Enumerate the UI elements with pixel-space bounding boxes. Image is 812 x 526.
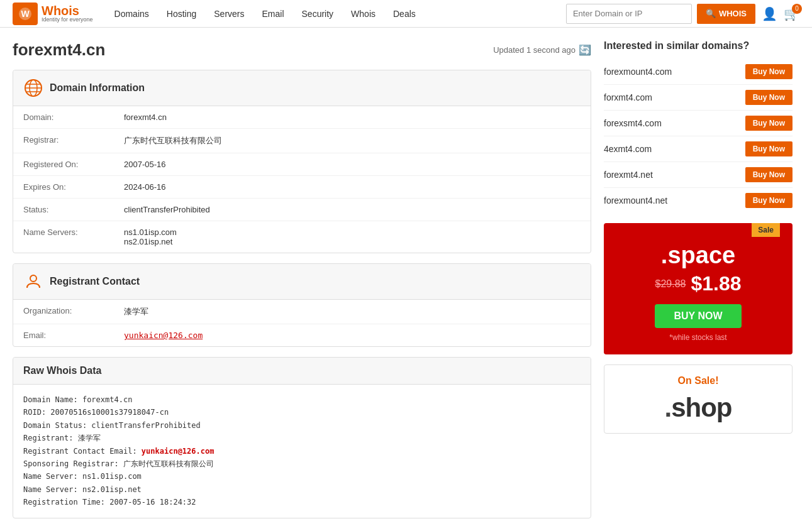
- registrant-table: Organization: 漆学军 Email: yunkaicn@126.co…: [13, 300, 591, 346]
- left-column: forexmt4.cn Updated 1 second ago 🔄: [13, 40, 591, 518]
- on-sale-title: On Sale!: [615, 375, 782, 386]
- field-value: 2024-06-16: [114, 176, 591, 199]
- buy-now-button[interactable]: Buy Now: [745, 90, 793, 105]
- registrant-section: Registrant Contact Organization: 漆学军 Ema…: [13, 263, 591, 347]
- logo[interactable]: W Whois Identity for everyone: [13, 3, 93, 25]
- page-title-row: forexmt4.cn Updated 1 second ago 🔄: [13, 40, 591, 60]
- nav-hosting[interactable]: Hosting: [158, 0, 205, 28]
- shop-domain-text: .shop: [615, 393, 782, 423]
- user-icon: 👤: [762, 7, 777, 21]
- nav-email[interactable]: Email: [253, 0, 293, 28]
- table-row: Name Servers:ns1.01isp.comns2.01isp.net: [13, 221, 591, 253]
- similar-domain-row: 4exmt4.comBuy Now: [604, 136, 793, 162]
- email-value: yunkaicn@126.com: [114, 324, 591, 347]
- table-row: Organization: 漆学军: [13, 300, 591, 324]
- nav-domains[interactable]: Domains: [106, 0, 158, 28]
- similar-domain-row: forexsmt4.comBuy Now: [604, 111, 793, 136]
- search-input[interactable]: [566, 4, 692, 24]
- similar-domain-row: forexmt4.netBuy Now: [604, 162, 793, 188]
- whois-button-label: WHOIS: [719, 9, 747, 18]
- field-value: ns1.01isp.comns2.01isp.net: [114, 221, 591, 253]
- person-icon: [23, 271, 43, 292]
- org-value: 漆学军: [114, 300, 591, 324]
- table-row: Expires On:2024-06-16: [13, 176, 591, 199]
- search-area: 🔍 WHOIS: [566, 4, 755, 24]
- logo-icon: W: [13, 3, 38, 25]
- old-price: $29.88: [655, 278, 686, 290]
- header-icons: 👤 🛒 0: [762, 6, 799, 21]
- logo-brand: Whois: [42, 4, 93, 17]
- table-row: Domain:forexmt4.cn: [13, 106, 591, 129]
- raw-email[interactable]: yunkaicn@126.com: [142, 447, 214, 456]
- sale-badge: Sale: [752, 223, 780, 237]
- svg-point-7: [30, 275, 36, 282]
- main-nav: Domains Hosting Servers Email Security W…: [106, 0, 425, 28]
- similar-domains-list: forexmount4.comBuy Nowforxmt4.comBuy Now…: [604, 59, 793, 213]
- similar-domain-row: forxmt4.comBuy Now: [604, 85, 793, 111]
- space-promo: Sale .space $29.88 $1.88 BUY NOW *while …: [604, 223, 793, 354]
- similar-domains-title: Interested in similar domains?: [604, 40, 793, 52]
- field-label: Status:: [13, 199, 114, 221]
- header: W Whois Identity for everyone Domains Ho…: [0, 0, 812, 28]
- field-value: 广东时代互联科技有限公司: [114, 129, 591, 153]
- field-label: Registrar:: [13, 129, 114, 153]
- similar-domain-name: forxmt4.com: [604, 92, 652, 102]
- buy-now-button[interactable]: Buy Now: [745, 116, 793, 131]
- stocks-note: *while stocks last: [616, 333, 780, 342]
- table-row: Registrar:广东时代互联科技有限公司: [13, 129, 591, 153]
- buy-now-button[interactable]: Buy Now: [745, 141, 793, 156]
- buy-now-button[interactable]: Buy Now: [745, 193, 793, 208]
- email-label: Email:: [13, 324, 114, 347]
- raw-whois-content: Domain Name: forexmt4.cn ROID: 20070516s…: [13, 385, 591, 518]
- space-buy-now-button[interactable]: BUY NOW: [655, 304, 741, 328]
- similar-domain-row: forexmount4.comBuy Now: [604, 59, 793, 85]
- nav-whois[interactable]: Whois: [342, 0, 384, 28]
- logo-text: Whois Identity for everyone: [42, 4, 93, 23]
- account-button[interactable]: 👤: [762, 6, 777, 21]
- refresh-icon[interactable]: 🔄: [579, 44, 591, 56]
- new-price: $1.88: [691, 272, 741, 295]
- whois-search-button[interactable]: 🔍 WHOIS: [697, 4, 755, 24]
- page-title: forexmt4.cn: [13, 40, 105, 60]
- field-value: 2007-05-16: [114, 153, 591, 176]
- similar-domain-row: forexmount4.netBuy Now: [604, 188, 793, 213]
- raw-whois-header: Raw Whois Data: [13, 358, 591, 385]
- similar-domain-name: forexmount4.net: [604, 195, 667, 205]
- price-row: $29.88 $1.88: [616, 272, 780, 295]
- domain-info-title: Domain Information: [50, 82, 145, 94]
- shop-text: shop: [671, 393, 731, 422]
- table-row: Status:clientTransferProhibited: [13, 199, 591, 221]
- field-value: forexmt4.cn: [114, 106, 591, 129]
- nav-security[interactable]: Security: [293, 0, 343, 28]
- org-label: Organization:: [13, 300, 114, 324]
- svg-text:W: W: [21, 9, 30, 19]
- logo-tagline: Identity for everyone: [42, 17, 93, 23]
- cart-button[interactable]: 🛒 0: [784, 6, 799, 21]
- space-domain-text: .space: [616, 242, 780, 269]
- main-content: forexmt4.cn Updated 1 second ago 🔄: [0, 28, 805, 526]
- similar-domain-name: forexmount4.com: [604, 67, 672, 77]
- nav-deals[interactable]: Deals: [384, 0, 425, 28]
- right-column: Interested in similar domains? forexmoun…: [604, 40, 793, 518]
- email-link[interactable]: yunkaicn@126.com: [124, 331, 203, 340]
- field-label: Expires On:: [13, 176, 114, 199]
- registrant-title: Registrant Contact: [50, 276, 140, 287]
- buy-now-button[interactable]: Buy Now: [745, 167, 793, 182]
- domain-info-header: Domain Information: [13, 70, 591, 106]
- buy-now-button[interactable]: Buy Now: [745, 64, 793, 79]
- shop-promo: On Sale! .shop: [604, 364, 793, 434]
- similar-domain-name: 4exmt4.com: [604, 144, 652, 154]
- domain-info-table: Domain:forexmt4.cnRegistrar:广东时代互联科技有限公司…: [13, 106, 591, 253]
- similar-domain-name: forexmt4.net: [604, 170, 653, 180]
- shop-dot: .: [665, 393, 672, 422]
- raw-whois-title: Raw Whois Data: [23, 365, 101, 376]
- new-price-value: 1.88: [702, 272, 741, 295]
- field-label: Domain:: [13, 106, 114, 129]
- table-row: Registered On:2007-05-16: [13, 153, 591, 176]
- field-value: clientTransferProhibited: [114, 199, 591, 221]
- nav-servers[interactable]: Servers: [205, 0, 253, 28]
- cart-badge-count: 0: [792, 4, 802, 14]
- field-label: Registered On:: [13, 153, 114, 176]
- search-icon: 🔍: [706, 9, 716, 18]
- field-label: Name Servers:: [13, 221, 114, 253]
